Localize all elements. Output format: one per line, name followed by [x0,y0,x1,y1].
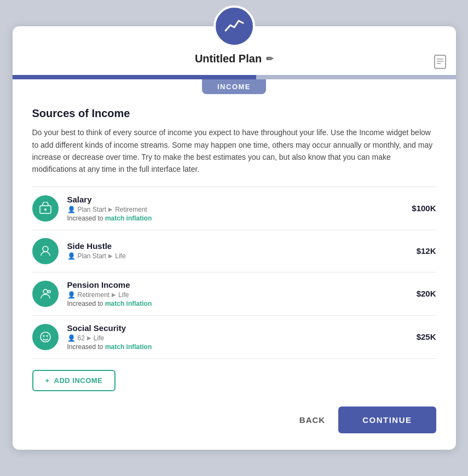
add-income-label: ADD INCOME [54,376,103,385]
income-item-salary[interactable]: Salary 👤 Plan Start ▶ Retirement Increas… [32,187,436,230]
svg-point-6 [43,246,48,252]
item-inflation: Increased to match inflation [67,214,403,222]
doc-icon[interactable] [434,55,446,72]
item-icon-social-security [32,324,59,350]
item-amount: $20K [417,289,436,298]
person-icon: 👤 [67,206,76,213]
item-range: 👤 Plan Start ▶ Life [67,252,408,260]
range-from: 62 [78,334,85,342]
item-range: 👤 62 ▶ Life [67,334,408,342]
range-to: Life [115,252,125,260]
plus-icon: + [45,376,50,385]
item-icon-pension-income: $ [32,281,59,307]
item-icon-salary [32,195,59,222]
item-details-pension-income: Pension Income 👤 Retirement ▶ Life Incre… [67,280,408,307]
logo-icon [213,5,255,47]
main-card: Untitled Plan ✏ INCOME Sources of Income… [13,26,456,450]
item-range: 👤 Plan Start ▶ Retirement [67,206,403,213]
inflation-highlight: match inflation [105,214,152,222]
svg-point-10 [41,332,50,342]
plan-title: Untitled Plan [195,53,262,65]
inflation-highlight: match inflation [105,300,152,307]
income-item-social-security[interactable]: Social Security 👤 62 ▶ Life Increased to… [32,316,436,359]
item-name: Side Hustle [67,241,408,251]
range-from: Retirement [78,291,110,299]
main-content: Sources of Income Do your best to think … [13,94,456,391]
range-from: Plan Start [78,206,107,213]
range-from: Plan Start [78,252,107,260]
item-name: Social Security [67,323,408,333]
range-to: Retirement [115,206,147,213]
svg-point-12 [46,335,48,336]
income-tab: INCOME [13,79,456,94]
svg-point-5 [44,208,47,211]
item-amount: $100K [412,204,436,213]
item-details-social-security: Social Security 👤 62 ▶ Life Increased to… [67,323,408,351]
add-income-button[interactable]: + ADD INCOME [32,370,116,391]
inflation-highlight: match inflation [105,343,152,351]
income-list: Salary 👤 Plan Start ▶ Retirement Increas… [32,187,436,359]
range-to: Life [94,334,104,342]
item-inflation: Increased to match inflation [67,343,408,351]
item-amount: $25K [417,332,436,341]
income-item-pension-income[interactable]: $ Pension Income 👤 Retirement ▶ Life Inc… [32,272,436,316]
arrow-icon: ▶ [112,292,116,298]
item-range: 👤 Retirement ▶ Life [67,291,408,299]
range-to: Life [118,291,129,299]
item-details-side-hustle: Side Hustle 👤 Plan Start ▶ Life [67,241,408,261]
edit-icon[interactable]: ✏ [266,54,273,64]
person-icon: 👤 [67,334,76,342]
item-inflation: Increased to match inflation [67,300,408,307]
plan-title-container: Untitled Plan ✏ [195,53,273,65]
arrow-icon: ▶ [87,335,91,341]
person-icon: 👤 [67,252,76,260]
continue-button[interactable]: CONTINUE [338,407,436,433]
person-icon: 👤 [67,291,76,299]
section-description: Do your best to think of every source of… [32,126,436,176]
arrow-icon: ▶ [108,253,113,259]
item-name: Pension Income [67,280,408,289]
income-tab-label: INCOME [202,79,266,94]
item-details-salary: Salary 👤 Plan Start ▶ Retirement Increas… [67,195,403,222]
item-icon-side-hustle [32,238,59,264]
back-button[interactable]: BACK [299,415,325,425]
income-item-side-hustle[interactable]: Side Hustle 👤 Plan Start ▶ Life $12K [32,230,436,272]
progress-bar-container [13,75,456,79]
arrow-icon: ▶ [108,206,113,212]
footer-actions: BACK CONTINUE [13,391,456,433]
progress-bar-fill [13,75,257,79]
svg-rect-0 [435,55,446,68]
item-amount: $12K [417,246,436,256]
svg-point-11 [43,335,44,336]
section-title: Sources of Income [32,107,436,120]
item-name: Salary [67,195,403,204]
svg-point-7 [43,289,48,294]
